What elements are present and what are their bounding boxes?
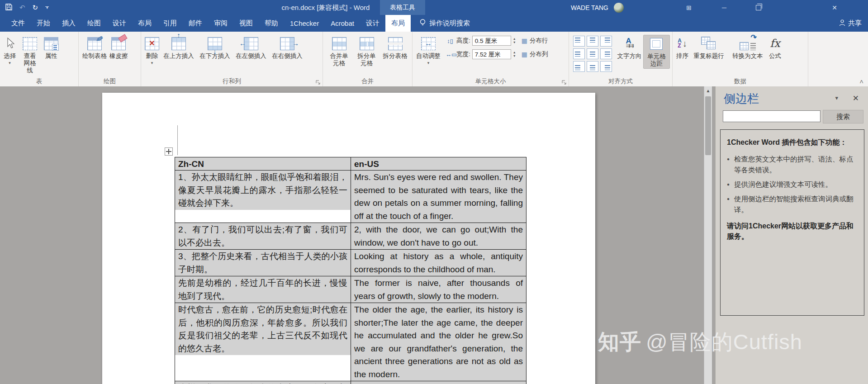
account-area[interactable]: WADE TANG [571, 0, 624, 15]
properties-button[interactable]: 属性 [43, 35, 60, 61]
cell-margins-button[interactable]: 单元格边距 [643, 35, 670, 69]
sidebar-footer-note: 请访问1Checker网站以获取更多产品和服务。 [727, 221, 858, 242]
view-gridlines-button[interactable]: 查看网格线 [17, 35, 43, 75]
cell-zh-1[interactable]: 1、孙太太眼睛红肿，眼眶似乎饱和着眼泪，像夏天早晨花瓣上的露水，手指那么轻轻一碰… [175, 171, 351, 223]
redo-icon[interactable]: ↻ [33, 4, 38, 12]
sidebar-close-icon[interactable]: ✕ [853, 94, 859, 103]
sidebar-search-input[interactable] [723, 110, 821, 122]
tab-file[interactable]: 文件 [5, 15, 31, 32]
tab-1checker[interactable]: 1Checker [284, 15, 325, 32]
align-top-right-button[interactable] [600, 36, 612, 47]
cell-zh-4[interactable]: 先前是幼稚的，经过几千百年的长进，慢慢地到了现代。 [175, 276, 351, 303]
split-table-button[interactable]: 拆分表格 [380, 35, 410, 61]
tab-mailings[interactable]: 邮件 [183, 15, 208, 32]
tab-references[interactable]: 引用 [157, 15, 183, 32]
ribbon-display-options-icon[interactable]: ⊞ [681, 0, 697, 15]
draw-table-icon: ✎ [87, 37, 102, 50]
align-center-right-button[interactable] [600, 48, 612, 59]
align-center-left-button[interactable] [573, 48, 585, 59]
cell-en-2[interactable]: 2, with the door, we can go out;With the… [351, 223, 526, 250]
repeat-header-rows-button[interactable]: 重复标题行 [690, 35, 728, 61]
cell-en-5[interactable]: The older the age, the earlier, its hist… [351, 303, 526, 381]
scrollbar-thumb[interactable] [705, 96, 711, 155]
cell-zh-6[interactable]: 这样，我们的信而好古的态度，便发生了新意义。 [175, 381, 351, 384]
insert-left-button[interactable]: ← 在左侧插入 [233, 35, 269, 61]
cell-en-6[interactable]: In this way, our ancient attitude toward… [351, 381, 526, 384]
convert-to-text-button[interactable]: ↷ 转换为文本 [728, 35, 768, 61]
split-cells-icon [360, 37, 374, 50]
draw-table-button[interactable]: ✎ 绘制表格 [81, 35, 108, 61]
width-input[interactable]: 7.52 厘米 [472, 49, 511, 59]
distribute-columns-button[interactable]: ▦ 分布列 [522, 50, 548, 58]
properties-icon [44, 37, 58, 50]
ribbon-tab-row: 文件 开始 插入 绘图 设计 布局 引用 邮件 审阅 视图 帮助 1Checke… [0, 15, 868, 32]
rows-columns-dialog-launcher-icon[interactable] [316, 79, 321, 85]
collapse-ribbon-icon[interactable]: ˄ [859, 78, 863, 85]
height-label: 高度: [456, 37, 470, 45]
minimize-button[interactable]: ─ [716, 0, 732, 15]
distribute-rows-button[interactable]: ▦ 分布行 [522, 37, 548, 45]
tab-table-layout[interactable]: 布局 [385, 15, 411, 32]
tab-help[interactable]: 帮助 [259, 15, 284, 32]
insert-above-button[interactable]: ↑ 在上方插入 [161, 35, 197, 61]
watermark-handle: @冒险的Cutfish [646, 330, 802, 354]
customize-quick-access-icon[interactable]: ▾ [45, 6, 49, 9]
share-button[interactable]: 共享 [839, 15, 862, 32]
tab-acrobat[interactable]: Acrobat [325, 15, 360, 32]
formula-button[interactable]: fx 公式 [768, 35, 783, 61]
cell-en-1[interactable]: Mrs. Sun's eyes were red and swollen. Th… [351, 171, 526, 223]
restore-button[interactable] [751, 0, 766, 15]
tell-me-search[interactable]: 操作说明搜索 [420, 15, 470, 32]
cell-en-3[interactable]: Looking at history as a whole, antiquity… [351, 250, 526, 276]
cell-zh-2[interactable]: 2、有了门，我们可以出去;有了窗，我们可以不必出去。 [175, 223, 351, 250]
tab-view[interactable]: 视图 [233, 15, 259, 32]
tab-design[interactable]: 设计 [107, 15, 132, 32]
align-top-center-button[interactable] [587, 36, 598, 47]
document-page[interactable]: Zh-CN en-US 1、孙太太眼睛红肿，眼眶似乎饱和着眼泪，像夏天早晨花瓣上… [102, 93, 595, 384]
cell-zh-3[interactable]: 3、把整个历史来看，古代相当于人类的小孩子时期。 [175, 250, 351, 276]
autofit-button[interactable]: ↔ 自动调整 ▾ [415, 35, 442, 66]
align-top-left-button[interactable] [573, 36, 585, 47]
height-stepper[interactable]: ▲▼ [513, 38, 516, 44]
align-bottom-center-button[interactable] [587, 61, 598, 72]
tab-table-design[interactable]: 设计 [360, 15, 385, 32]
save-icon[interactable] [5, 4, 12, 12]
table-row: 时代愈古，愈在前，它的历史愈短;时代愈在后，他积的阅历愈深，年龄愈多。所以我们反… [175, 303, 526, 381]
width-stepper[interactable]: ▲▼ [513, 51, 516, 57]
scroll-up-icon[interactable]: ▲ [704, 86, 712, 93]
lightbulb-icon [420, 19, 426, 28]
tab-layout[interactable]: 布局 [132, 15, 157, 32]
insert-below-button[interactable]: ↓ 在下方插入 [197, 35, 233, 61]
tab-review[interactable]: 审阅 [208, 15, 233, 32]
sidebar-options-dropdown-icon[interactable]: ▾ [835, 95, 838, 101]
sort-button[interactable]: AZ↓ 排序 [675, 35, 690, 61]
table-move-handle-icon[interactable] [165, 147, 173, 156]
select-button[interactable]: 选择 ▾ [2, 35, 17, 66]
header-cell-en[interactable]: en-US [351, 157, 526, 171]
text-direction-button[interactable]: A⇉⇉ 文字方向 [616, 35, 643, 61]
align-center-button[interactable] [587, 48, 598, 59]
text-direction-icon: A⇉⇉ [626, 38, 633, 48]
autofit-dropdown-icon: ▾ [427, 61, 430, 65]
avatar[interactable] [614, 3, 624, 13]
insert-below-icon: ↓ [208, 37, 222, 50]
height-input[interactable]: 0.5 厘米 [472, 36, 511, 46]
split-cells-button[interactable]: 拆分单元格 [353, 35, 380, 68]
align-bottom-right-button[interactable] [600, 61, 612, 72]
cell-zh-5[interactable]: 时代愈古，愈在前，它的历史愈短;时代愈在后，他积的阅历愈深，年龄愈多。所以我们反… [175, 303, 351, 381]
sidebar-search-button[interactable]: 搜索 [823, 110, 863, 123]
align-bottom-left-button[interactable] [573, 61, 585, 72]
tab-insert[interactable]: 插入 [56, 15, 81, 32]
insert-right-button[interactable]: → 在右侧插入 [269, 35, 305, 61]
tab-home[interactable]: 开始 [31, 15, 56, 32]
undo-icon[interactable]: ↶ [19, 4, 25, 12]
close-button[interactable]: ✕ [827, 0, 842, 15]
eraser-button[interactable]: 橡皮擦 [108, 35, 129, 61]
tab-draw[interactable]: 绘图 [81, 15, 107, 32]
cell-size-dialog-launcher-icon[interactable] [562, 79, 567, 85]
header-cell-zh[interactable]: Zh-CN [175, 157, 351, 171]
share-person-icon [839, 19, 845, 28]
delete-button[interactable]: ✕ 删除 ▾ [143, 35, 161, 66]
merge-cells-button[interactable]: 合并单元格 [325, 35, 353, 68]
cell-en-4[interactable]: The former is naive, after thousands of … [351, 276, 526, 303]
